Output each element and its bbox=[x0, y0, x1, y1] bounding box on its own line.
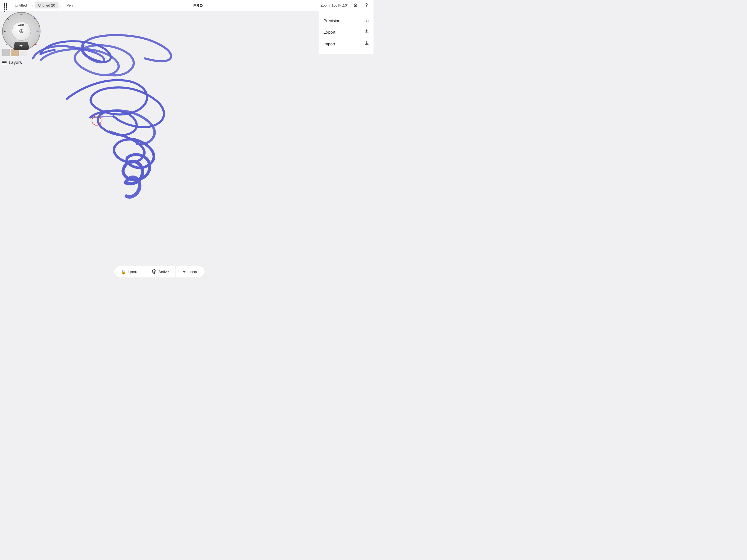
ignore-pen-button[interactable]: ✒ Ignore bbox=[176, 266, 205, 278]
topbar-left: Untitled › Untitled 20 › Pen bbox=[0, 2, 76, 9]
wheel-tool-undo[interactable]: ↩ bbox=[4, 29, 6, 33]
settings-button[interactable]: ⚙ bbox=[352, 2, 359, 9]
hamburger-icon bbox=[2, 61, 6, 64]
import-button[interactable]: Import bbox=[324, 38, 369, 50]
tab-untitled[interactable]: Untitled bbox=[11, 2, 30, 8]
wheel-tool-eraser[interactable] bbox=[33, 43, 37, 47]
precision-button[interactable]: Precision ⠿ bbox=[324, 15, 369, 26]
pen-icon: ✒ bbox=[182, 269, 186, 275]
export-icon bbox=[364, 29, 369, 35]
import-icon bbox=[364, 41, 369, 47]
cursor-circle bbox=[92, 116, 101, 126]
layers-label: Layers bbox=[9, 60, 22, 65]
wheel-tool-arrow-pen[interactable]: ✒ bbox=[33, 17, 36, 21]
wheel-tool-squiggle[interactable]: 〜 bbox=[5, 43, 8, 47]
tab-untitled-20[interactable]: Untitled 20 bbox=[35, 2, 58, 8]
wheel-base: Z9° bbox=[13, 42, 29, 50]
wheel-size-label: .52 in bbox=[18, 24, 24, 26]
right-panel: Precision ⠿ Export Import bbox=[319, 11, 374, 54]
export-button[interactable]: Export bbox=[324, 26, 369, 38]
wheel-base-label: Z9° bbox=[19, 45, 23, 48]
tab-pen[interactable]: Pen bbox=[63, 2, 76, 8]
wheel-tool-pen-right[interactable]: ✒ bbox=[36, 29, 39, 33]
precision-label: Precision bbox=[324, 18, 340, 23]
lock-icon: 🔒 bbox=[121, 269, 126, 275]
topbar-center: PRO bbox=[76, 3, 320, 8]
ignore-lock-label: Ignore bbox=[128, 270, 138, 274]
svg-rect-0 bbox=[34, 44, 36, 45]
help-button[interactable]: ? bbox=[363, 2, 370, 9]
zoom-label: Zoom: 100% ∠0° bbox=[320, 3, 349, 7]
tool-wheel[interactable]: .02 .052 .205 .221 ↖ ✒ ✒ ▽ 〜 ↩ .52 in ⊕ … bbox=[2, 12, 41, 50]
wheel-tick-top: .02 bbox=[20, 13, 23, 16]
ignore-pen-label: Ignore bbox=[187, 270, 199, 274]
active-label: Active bbox=[158, 270, 169, 274]
tab-separator-1: › bbox=[32, 3, 33, 8]
wheel-inner[interactable]: .52 in ⊕ bbox=[12, 22, 31, 41]
topbar-right: Zoom: 100% ∠0° ⚙ ? bbox=[320, 2, 374, 9]
layers-panel[interactable]: Layers bbox=[0, 58, 44, 67]
pro-badge: PRO bbox=[193, 3, 203, 8]
bottom-toolbar: 🔒 Ignore Active ✒ Ignore bbox=[0, 263, 319, 280]
wheel-crosshair: ⊕ bbox=[19, 28, 24, 34]
topbar: Untitled › Untitled 20 › Pen PRO Zoom: 1… bbox=[0, 0, 374, 11]
canvas-area[interactable] bbox=[0, 11, 319, 263]
ignore-lock-button[interactable]: 🔒 Ignore bbox=[114, 266, 145, 278]
ink-strokes bbox=[0, 11, 319, 263]
wheel-tool-arrow-up[interactable]: ↖ bbox=[6, 17, 10, 21]
layers-icon bbox=[152, 269, 157, 275]
export-label: Export bbox=[324, 30, 335, 34]
tab-separator-2: › bbox=[60, 3, 61, 8]
import-label: Import bbox=[324, 42, 335, 46]
grid-dots-icon: ⠿ bbox=[366, 18, 369, 23]
app-grid-icon[interactable] bbox=[2, 2, 10, 9]
active-layers-button[interactable]: Active bbox=[145, 266, 176, 278]
svg-rect-1 bbox=[36, 44, 36, 45]
